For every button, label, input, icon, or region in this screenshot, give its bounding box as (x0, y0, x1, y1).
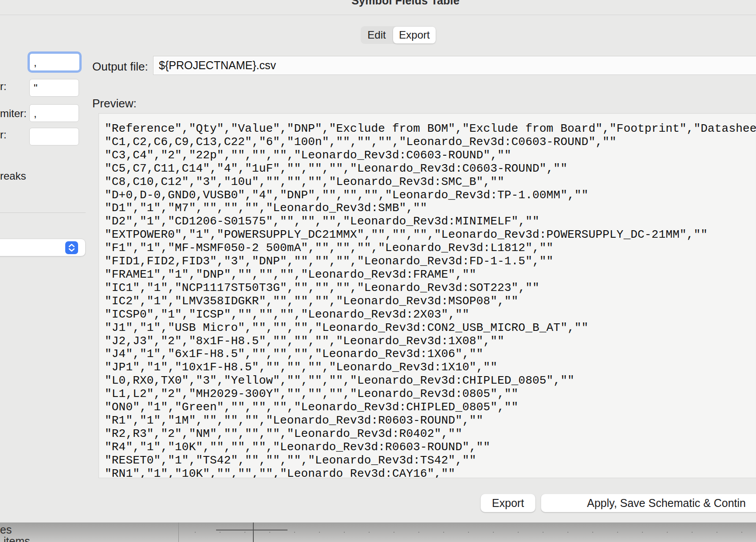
csv-preview-line: "FRAME1","1","DNP","","","","Leonardo_Re… (105, 268, 756, 282)
csv-preview-line: "RESET0","1","TS42","","","","Leonardo_R… (105, 454, 756, 467)
csv-preview-line: "FID1,FID2,FID3","3","DNP","","","","Leo… (105, 255, 756, 268)
range-delimiter-input[interactable]: , (29, 104, 79, 122)
background-window-strip (0, 522, 756, 542)
csv-preview-line: "L0,RX0,TX0","3","Yellow","","","","Leon… (105, 374, 756, 388)
csv-preview-line: "D2","1","CD1206-S01575","","","","Leona… (105, 215, 756, 228)
schematic-grid-dots (178, 522, 756, 542)
csv-preview-line: "IC2","1","LMV358IDGKR","","","","Leonar… (105, 295, 756, 308)
window-title: Symbol Fields Table (308, 0, 503, 7)
csv-preview-line: "C3,C4","2","22p","","","","Leonardo_Rev… (105, 149, 756, 162)
schematic-vertical-line-1 (178, 522, 179, 542)
csv-preview-line: "ICSP0","1","ICSP","","","","Leonardo_Re… (105, 308, 756, 322)
background-text-fragment-1: es (0, 523, 12, 536)
csv-preview-line: "IC1","1","NCP1117ST50T3G","","","","Leo… (105, 282, 756, 295)
csv-preview-line: "EXTPOWER0","1","POWERSUPPLY_DC21MMX",""… (105, 228, 756, 242)
csv-preview-line: "RN1","1","10K","","","","Leonardo_Rev3d… (105, 467, 756, 478)
csv-preview-line: "R1","1","1M","","","","Leonardo_Rev3d:R… (105, 414, 756, 428)
schematic-horizontal-line (216, 530, 287, 530)
csv-preview-line: "D+0,D-0,GND0,VUSB0","4","DNP","","","",… (105, 189, 756, 202)
chevron-up-down-icon (65, 241, 78, 254)
background-text-fragment-2: items (4, 535, 30, 542)
range-delimiter-label-fragment: miter: (0, 107, 28, 120)
csv-preview-line: "C5,C7,C11,C14","4","1uF","","","","Leon… (105, 162, 756, 176)
output-file-label: Output file: (92, 60, 148, 74)
csv-preview-line: "J1","1","USB Micro","","","","Leonardo_… (105, 322, 756, 335)
field-delimiter-input[interactable]: , (29, 53, 80, 71)
other-delimiter-input[interactable] (29, 128, 79, 145)
title-divider (0, 15, 756, 15)
csv-preview-text: "Reference","Qty","Value","DNP","Exclude… (99, 114, 756, 478)
schematic-vertical-line-2 (253, 522, 254, 542)
left-panel-divider (0, 212, 86, 213)
export-button[interactable]: Export (480, 494, 536, 512)
csv-preview-line: "J2,J3","2","8x1F-H8.5","","","","Leonar… (105, 335, 756, 348)
edit-export-segmented-control: Edit Export (361, 26, 435, 44)
output-file-input[interactable]: ${PROJECTNAME}.csv (153, 56, 756, 75)
csv-preview-line: "Reference","Qty","Value","DNP","Exclude… (105, 122, 756, 136)
csv-preview-line: "JP1","1","10x1F-H8.5","","","","Leonard… (105, 361, 756, 374)
csv-preview-line: "R2,R3","2","NM","","","","Leonardo_Rev3… (105, 428, 756, 441)
csv-preview-line: "L1,L2","2","MH2029-300Y","","","","Leon… (105, 388, 756, 401)
tab-edit[interactable]: Edit (361, 26, 393, 44)
preview-box[interactable]: "Reference","Qty","Value","DNP","Exclude… (98, 113, 756, 478)
keep-line-breaks-label-fragment: reaks (0, 170, 31, 182)
format-preset-dropdown[interactable] (0, 239, 86, 256)
tab-export[interactable]: Export (393, 27, 436, 43)
csv-preview-line: "ON0","1","Green","","","","Leonardo_Rev… (105, 401, 756, 414)
csv-preview-line: "C8,C10,C12","3","10u","","","","Leonard… (105, 176, 756, 189)
preview-label: Preview: (92, 97, 137, 110)
csv-preview-line: "C1,C2,C6,C9,C13,C22","6","100n","","","… (105, 136, 756, 149)
csv-preview-line: "R4","1","10K","","","","Leonardo_Rev3d:… (105, 441, 756, 454)
string-delimiter-input[interactable]: " (29, 79, 79, 97)
string-delimiter-label-fragment: r: (0, 80, 9, 93)
csv-preview-line: "D1","1","M7","","","","Leonardo_Rev3d:S… (105, 202, 756, 215)
other-delimiter-label-fragment: r: (0, 129, 9, 141)
apply-save-schematic-button[interactable]: Apply, Save Schematic & Contin (541, 494, 756, 512)
csv-preview-line: "F1","1","MF-MSMF050-2 500mA","","","","… (105, 242, 756, 255)
csv-preview-line: "J4","1","6x1F-H8.5","","","","Leonardo_… (105, 348, 756, 361)
